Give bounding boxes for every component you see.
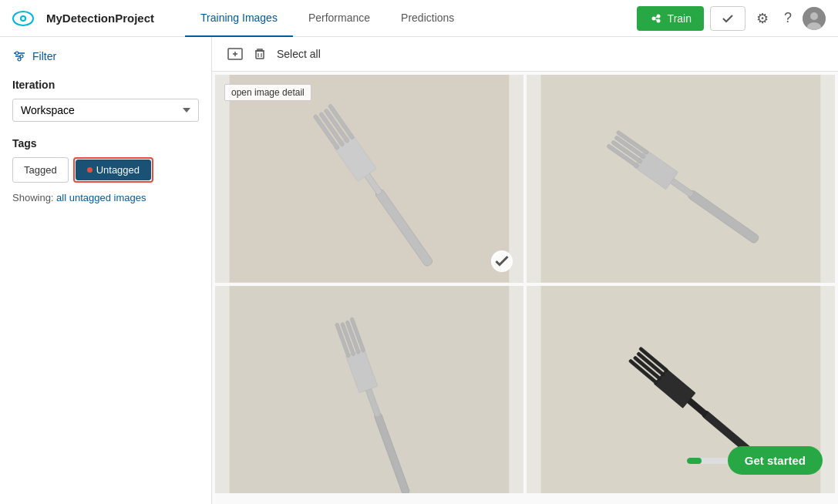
checkmark-icon: [722, 12, 734, 25]
svg-point-9: [810, 12, 818, 20]
delete-icon: [252, 46, 268, 62]
svg-point-15: [20, 55, 23, 58]
showing-status: Showing: all untagged images: [12, 192, 199, 203]
help-button[interactable]: ?: [779, 5, 796, 31]
progress-bar-fill: [687, 458, 702, 464]
svg-point-2: [22, 17, 25, 20]
avatar-image: [803, 7, 826, 30]
content-toolbar: Select all: [212, 37, 838, 72]
publish-button[interactable]: [710, 6, 745, 31]
showing-link[interactable]: all untagged images: [56, 192, 146, 203]
svg-rect-31: [541, 75, 821, 283]
fork-image-2: [527, 75, 835, 283]
red-dot-icon: [87, 167, 93, 173]
get-started-container: Get started: [687, 446, 823, 475]
filter-row[interactable]: Filter: [12, 49, 199, 63]
select-circle-1[interactable]: [491, 250, 513, 272]
svg-line-7: [655, 19, 657, 20]
tab-predictions[interactable]: Predictions: [385, 0, 469, 37]
filter-label: Filter: [32, 50, 56, 62]
image-grid: open image detail: [212, 72, 838, 496]
sidebar: Filter Iteration Workspace Tags Tagged U…: [0, 37, 212, 504]
tags-title: Tags: [12, 137, 199, 150]
svg-point-4: [656, 14, 660, 18]
image-cell-1[interactable]: open image detail: [215, 75, 523, 283]
untagged-button[interactable]: Untagged: [76, 160, 151, 180]
tab-training-images[interactable]: Training Images: [185, 0, 293, 37]
svg-line-6: [655, 17, 657, 18]
svg-point-16: [18, 58, 21, 61]
tags-buttons: Tagged Untagged: [12, 157, 199, 183]
image-cell-3[interactable]: [215, 286, 523, 494]
svg-point-14: [15, 52, 19, 55]
main-layout: Filter Iteration Workspace Tags Tagged U…: [0, 37, 838, 504]
tagged-button[interactable]: Tagged: [12, 157, 69, 183]
header-actions: Train ⚙ ?: [637, 5, 826, 32]
add-images-icon: [227, 46, 243, 62]
fork-image-1: [215, 75, 523, 283]
nav-tabs: Training Images Performance Predictions: [185, 0, 624, 37]
iteration-title: Iteration: [12, 79, 199, 91]
settings-button[interactable]: ⚙: [752, 5, 773, 32]
get-started-button[interactable]: Get started: [728, 446, 823, 475]
svg-point-3: [651, 16, 655, 20]
filter-icon: [12, 49, 26, 63]
tags-section: Tags Tagged Untagged: [12, 137, 199, 183]
header: MyDetectionProject Training Images Perfo…: [0, 0, 838, 37]
train-button[interactable]: Train: [637, 6, 704, 31]
avatar[interactable]: [803, 7, 826, 30]
app-logo: [12, 8, 34, 29]
svg-rect-20: [256, 51, 264, 59]
tab-performance[interactable]: Performance: [293, 0, 385, 37]
select-all-button[interactable]: Select all: [277, 48, 321, 60]
iteration-select[interactable]: Workspace: [12, 99, 199, 122]
fork-image-3: [215, 286, 523, 494]
checkmark-1: [493, 252, 511, 270]
untagged-button-wrapper: Untagged: [73, 157, 153, 183]
add-images-button[interactable]: [227, 46, 243, 62]
progress-bar: [687, 458, 729, 464]
image-cell-4[interactable]: Get started: [527, 286, 835, 494]
train-icon: [649, 12, 663, 25]
content-area: Select all: [212, 37, 838, 504]
delete-button[interactable]: [252, 46, 268, 62]
svg-point-5: [656, 18, 660, 22]
image-cell-2[interactable]: [527, 75, 835, 283]
project-name: MyDetectionProject: [46, 12, 154, 25]
